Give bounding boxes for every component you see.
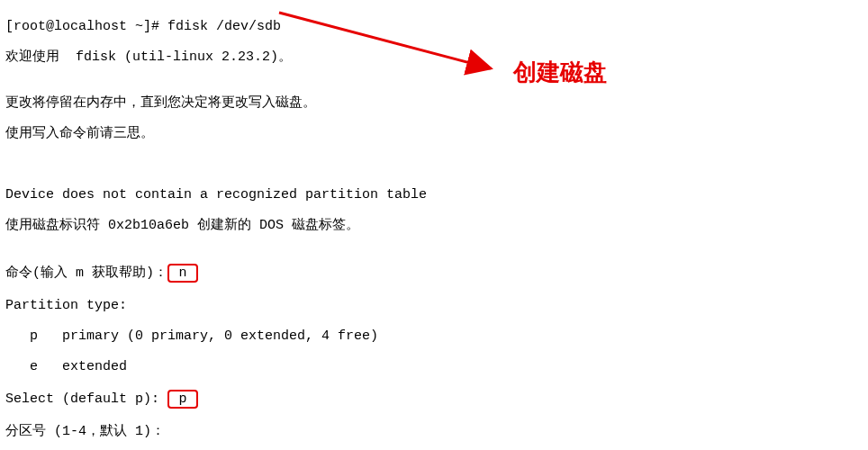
- line-ptype-e: e extended: [5, 359, 863, 374]
- line-cmd-fdisk: [root@localhost ~]# fdisk /dev/sdb: [5, 19, 863, 34]
- line-doslabel: 使用磁盘标识符 0x2b10a6eb 创建新的 DOS 磁盘标签。: [5, 218, 863, 233]
- line-ptype-p: p primary (0 primary, 0 extended, 4 free…: [5, 328, 863, 344]
- line-select-p: Select (default p): p: [5, 390, 863, 409]
- line-ptype: Partition type:: [5, 298, 863, 313]
- input-n-box[interactable]: n: [167, 264, 198, 283]
- line-partnum: 分区号 (1-4，默认 1)：: [5, 424, 863, 439]
- annotation-create-disk: 创建磁盘: [513, 65, 607, 80]
- prompt-text: 命令(输入 m 获取帮助)：: [5, 266, 167, 281]
- line-nopt: Device does not contain a recognized par…: [5, 187, 863, 202]
- line-prompt-n: 命令(输入 m 获取帮助)：n: [5, 264, 863, 283]
- select-text: Select (default p):: [5, 392, 167, 407]
- input-p-box[interactable]: p: [167, 390, 198, 409]
- line-welcome: 欢迎使用 fdisk (util-linux 2.23.2)。: [5, 50, 863, 65]
- line-warn1: 更改将停留在内存中，直到您决定将更改写入磁盘。: [5, 95, 863, 111]
- line-warn2: 使用写入命令前请三思。: [5, 126, 863, 141]
- terminal-output: [root@localhost ~]# fdisk /dev/sdb 欢迎使用 …: [0, 0, 868, 450]
